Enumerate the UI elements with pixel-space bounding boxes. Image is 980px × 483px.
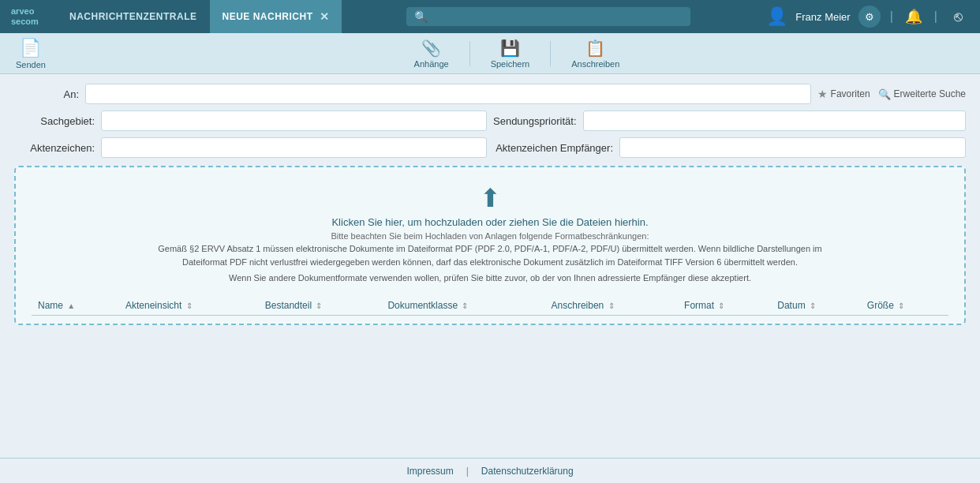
col-dokumentklasse[interactable]: Dokumentklasse ⇕ [381,296,544,316]
aktenzeichen-empfaenger-input[interactable] [619,137,966,158]
anschreiben-icon: 📋 [585,39,605,58]
table-header-row: Name ▲ Akteneinsicht ⇕ Bestandteil ⇕ Dok… [32,296,948,316]
anhaenge-label: Anhänge [414,59,449,69]
sort-arrow-name: ▲ [67,301,75,310]
col-anschreiben[interactable]: Anschreiben ⇕ [545,296,679,316]
search-input[interactable] [432,11,683,23]
search-icon: 🔍 [414,10,428,23]
sort-arrow-groesse: ⇕ [898,301,904,310]
aktenzeichen-empfaenger-col: Aktenzeichen Empfänger: [493,137,966,158]
sachgebiet-row: Sachgebiet: Sendungspriorität: [14,110,966,131]
sort-arrow-dokumentklasse: ⇕ [462,301,468,310]
main-content: An: ★ Favoriten 🔍 Erweiterte Suche Sachg… [0,74,980,458]
toolbar-divider-1 [469,41,470,66]
aktenzeichen-row: Aktenzeichen: Aktenzeichen Empfänger: [14,137,966,158]
user-name: Franz Meier [795,11,850,23]
footer: Impressum | Datenschutzerklärung [0,458,980,483]
anschreiben-button[interactable]: 📋 Anschreiben [565,36,626,72]
senden-label: Senden [16,60,46,69]
col-format[interactable]: Format ⇕ [678,296,771,316]
sort-arrow-format: ⇕ [718,301,724,310]
sort-arrow-datum: ⇕ [810,301,816,310]
senden-icon: 📄 [20,38,41,58]
settings-icon[interactable]: ⚙ [858,6,881,28]
col-akteneinsicht[interactable]: Akteneinsicht ⇕ [119,296,259,316]
an-input[interactable] [91,88,806,99]
aktenzeichen-input[interactable] [101,137,487,158]
an-input-wrap [85,84,811,104]
advsearch-icon: 🔍 [878,88,891,100]
search-bar: 🔍 [342,7,754,26]
impressum-link[interactable]: Impressum [406,466,453,477]
close-tab-icon[interactable]: ✕ [320,10,330,23]
anhaenge-button[interactable]: 📎 Anhänge [408,36,455,72]
sachgebiet-col: Sachgebiet: [14,110,487,131]
logo-line1: arveo [11,6,34,16]
upload-desc2: Wenn Sie andere Dokumentformate verwende… [135,271,845,285]
logo: arveo secom [0,0,57,33]
aktenzeichen-label: Aktenzeichen: [14,142,101,154]
upload-arrow-icon: ⬆ [32,183,948,213]
aktenzeichen-col: Aktenzeichen: [14,137,487,158]
toolbar-divider-2 [550,41,551,66]
col-name[interactable]: Name ▲ [32,296,119,316]
upload-zone[interactable]: ⬆ Klicken Sie hier, um hochzuladen oder … [14,166,966,325]
speichern-button[interactable]: 💾 Speichern [484,36,537,72]
anhaenge-icon: 📎 [421,39,441,58]
upload-note: Bitte beachten Sie beim Hochladen von An… [32,231,948,241]
topbar: arveo secom NACHRICHTENZENTRALE NEUE NAC… [0,0,980,33]
datenschutz-link[interactable]: Datenschutzerklärung [481,466,574,477]
topbar-right: 👤 Franz Meier ⚙ | 🔔 | ⎋ [754,6,980,28]
col-bestandteil[interactable]: Bestandteil ⇕ [259,296,382,316]
favorites-label: Favoriten [831,88,870,99]
footer-divider: | [466,466,469,477]
table-header: Name ▲ Akteneinsicht ⇕ Bestandteil ⇕ Dok… [32,296,948,316]
upload-click-text: Klicken Sie hier, um hochzuladen oder zi… [32,216,948,228]
senden-button[interactable]: 📄 Senden [16,38,46,69]
sort-arrow-anschreiben: ⇕ [608,301,615,310]
advanced-search-button[interactable]: 🔍 Erweiterte Suche [878,88,966,100]
an-label: An: [14,88,85,100]
sendungsprioritaet-label: Sendungspriorität: [493,115,583,127]
an-row: An: ★ Favoriten 🔍 Erweiterte Suche [14,84,966,104]
logo-line2: secom [11,17,39,26]
speichern-icon: 💾 [500,39,520,58]
user-avatar-icon[interactable]: 👤 [765,6,787,28]
sachgebiet-label: Sachgebiet: [14,115,101,127]
col-groesse[interactable]: Größe ⇕ [861,296,948,316]
anschreiben-label: Anschreiben [571,59,619,69]
advanced-search-label: Erweiterte Suche [894,88,966,99]
sachgebiet-input[interactable] [101,110,487,131]
sort-arrow-akteneinsicht: ⇕ [186,301,193,310]
sendungsprioritaet-col: Sendungspriorität: [493,110,966,131]
attachments-table: Name ▲ Akteneinsicht ⇕ Bestandteil ⇕ Dok… [32,296,948,316]
tab-neue-nachricht[interactable]: NEUE NACHRICHT ✕ [210,0,342,33]
col-datum[interactable]: Datum ⇕ [771,296,861,316]
upload-desc: Gemäß §2 ERVV Absatz 1 müssen elektronis… [135,242,845,268]
notifications-icon[interactable]: 🔔 [903,6,925,28]
favorites-button[interactable]: ★ Favoriten [817,88,870,100]
toolbar: 📄 Senden 📎 Anhänge 💾 Speichern 📋 Anschre… [0,33,980,74]
tab-nachrichtenzentrale[interactable]: NACHRICHTENZENTRALE [57,0,210,33]
star-icon: ★ [817,88,828,100]
logout-icon[interactable]: ⎋ [947,6,969,28]
speichern-label: Speichern [491,59,530,69]
sort-arrow-bestandteil: ⇕ [316,301,322,310]
sendungsprioritaet-input[interactable] [583,110,966,131]
aktenzeichen-empfaenger-label: Aktenzeichen Empfänger: [493,142,619,154]
search-wrap: 🔍 [406,7,690,26]
